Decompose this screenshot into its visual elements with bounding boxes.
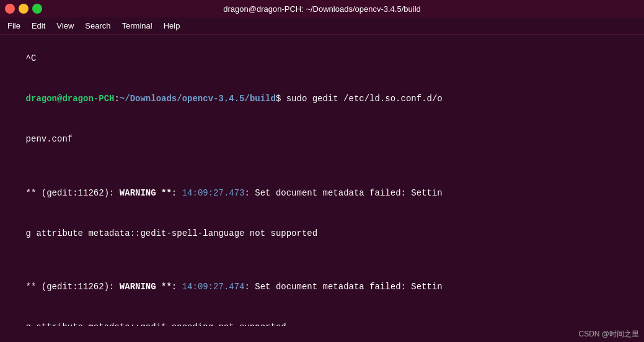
menu-terminal[interactable]: Terminal — [117, 20, 157, 32]
menu-edit[interactable]: Edit — [27, 20, 50, 32]
blank-1 — [5, 160, 639, 173]
window-title: dragon@dragon-PCH: ~/Downloads/opencv-3.… — [42, 4, 602, 14]
menu-search[interactable]: Search — [80, 20, 115, 32]
close-button[interactable] — [5, 4, 15, 14]
title-bar: dragon@dragon-PCH: ~/Downloads/opencv-3.… — [0, 0, 644, 17]
maximize-button[interactable] — [32, 4, 42, 14]
menu-help[interactable]: Help — [159, 20, 185, 32]
bottom-bar: CSDN @时间之里 — [0, 326, 644, 342]
menu-view[interactable]: View — [51, 20, 79, 32]
prompt-user-1: dragon@dragon-PCH — [26, 94, 115, 104]
command-line-1b: penv.conf — [5, 119, 639, 160]
warning-line-2b: g attribute metadata::gedit-encoding not… — [5, 308, 639, 326]
prompt-dollar-1: $ sudo gedit /etc/ld.so.conf.d/o — [276, 94, 443, 104]
warning-line-2a: ** (gedit:11262): WARNING **: 14:09:27.4… — [5, 268, 639, 308]
terminal-output: ^C dragon@dragon-PCH:~/Downloads/opencv-… — [0, 35, 644, 326]
minimize-button[interactable] — [19, 4, 29, 14]
prompt-colon-1: : — [114, 94, 119, 104]
menu-file[interactable]: File — [2, 20, 25, 32]
csdn-tag: CSDN @时间之里 — [578, 329, 639, 340]
menu-bar: File Edit View Search Terminal Help — [0, 17, 644, 35]
ctrl-c-text: ^C — [26, 53, 37, 63]
prompt-path-1: ~/Downloads/opencv-3.4.5/build — [120, 94, 276, 104]
ctrl-c-line: ^C — [5, 38, 639, 79]
command-line-1: dragon@dragon-PCH:~/Downloads/opencv-3.4… — [5, 79, 639, 119]
command-wrap-1: penv.conf — [26, 134, 73, 144]
blank-2 — [5, 254, 639, 268]
warning-line-1a: ** (gedit:11262): WARNING **: 14:09:27.4… — [5, 173, 639, 214]
warning-line-1b: g attribute metadata::gedit-spell-langua… — [5, 214, 639, 254]
